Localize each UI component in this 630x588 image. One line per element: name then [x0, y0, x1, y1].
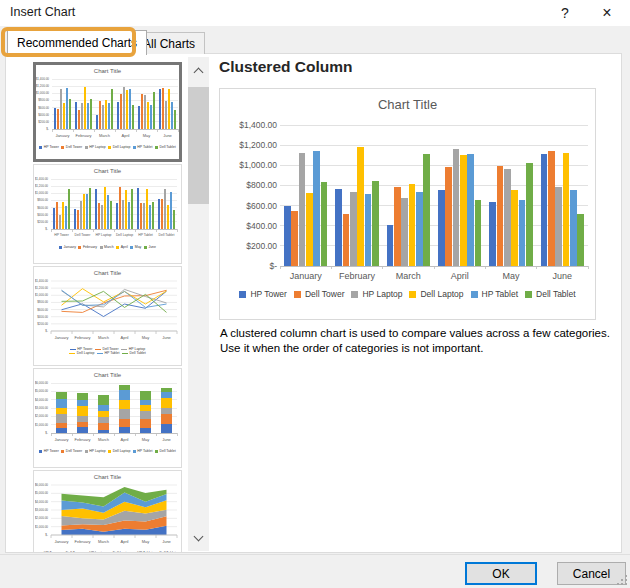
legend-item: HP Laptop — [85, 145, 106, 149]
svg-text:Dell Laptop: Dell Laptop — [116, 233, 133, 237]
svg-text:$200.00: $200.00 — [246, 241, 277, 251]
chart-description: A clustered column chart is used to comp… — [220, 326, 620, 356]
svg-text:$6,000.00: $6,000.00 — [35, 483, 48, 487]
legend-item: HP Tablet — [133, 145, 153, 149]
svg-text:January: January — [55, 133, 69, 138]
svg-text:$-: $- — [45, 431, 48, 435]
clustered-column-chart: $-$200.00$400.00$600.00$800.00$1,000.00$… — [220, 112, 595, 284]
title-bar: Insert Chart ? × — [0, 0, 630, 26]
svg-text:$1,400.00: $1,400.00 — [35, 279, 48, 283]
chart-thumbnail-clustered-column[interactable]: Chart Title$-$200.00$400.00$600.00$800.0… — [33, 62, 182, 162]
svg-text:$1,000.00: $1,000.00 — [239, 160, 277, 170]
svg-text:$1,400.00: $1,400.00 — [35, 177, 48, 181]
legend-item: Dell Laptop — [108, 551, 130, 552]
svg-text:$400.00: $400.00 — [38, 113, 49, 117]
svg-text:$1,400.00: $1,400.00 — [239, 120, 277, 130]
legend-item: Dell Tower — [61, 145, 82, 149]
svg-text:$1,000.00: $1,000.00 — [35, 191, 48, 195]
svg-text:May: May — [142, 539, 150, 544]
dialog-title: Insert Chart — [10, 5, 75, 19]
legend-item: Dell Laptop — [108, 145, 130, 149]
svg-text:$600.00: $600.00 — [38, 106, 49, 110]
tab-recommended-charts[interactable]: Recommended Charts — [7, 30, 147, 55]
svg-text:$400.00: $400.00 — [37, 213, 48, 217]
svg-text:June: June — [162, 335, 171, 340]
svg-text:June: June — [162, 539, 171, 544]
legend-item: Dell Laptop — [108, 449, 130, 453]
legend-item: Dell Tablet — [155, 145, 176, 149]
legend-item: Dell Tower — [294, 289, 345, 299]
chart-thumbnail-clustered-column-by-product[interactable]: Chart Title$-$200.00$400.00$600.00$800.0… — [33, 164, 182, 264]
thumbnail-chart: $-$200.00$400.00$600.00$800.00$1,000.00$… — [35, 175, 180, 245]
scrollbar-thumb[interactable] — [188, 87, 209, 204]
svg-text:$2,000.00: $2,000.00 — [35, 516, 48, 520]
thumbnail-scrollbar[interactable] — [188, 57, 209, 551]
thumbnail-chart-title: Chart Title — [34, 474, 181, 480]
svg-text:February: February — [339, 271, 376, 281]
svg-text:HP Tablet: HP Tablet — [138, 233, 153, 237]
svg-text:HP Laptop: HP Laptop — [96, 233, 112, 237]
svg-text:March: March — [396, 271, 421, 281]
svg-text:$600.00: $600.00 — [37, 308, 48, 312]
legend-item: Dell Laptop — [69, 351, 94, 355]
svg-text:HP Tower: HP Tower — [54, 233, 69, 237]
svg-text:$1,200.00: $1,200.00 — [36, 84, 49, 88]
chart-title: Chart Title — [220, 89, 595, 112]
svg-text:$1,000.00: $1,000.00 — [36, 91, 49, 95]
legend-item: HP Laptop — [85, 551, 106, 552]
resize-grip[interactable] — [615, 574, 628, 587]
legend: JanuaryFebruaryMarchAprilMayJune — [34, 245, 181, 249]
legend-item: HP Tower — [39, 551, 59, 552]
tab-content-panel: Chart Title$-$200.00$400.00$600.00$800.0… — [5, 53, 622, 553]
legend-item: May — [130, 245, 141, 249]
chart-thumbnail-stacked-column[interactable]: Chart Title$-$1,000.00$2,000.00$3,000.00… — [33, 368, 182, 468]
svg-text:February: February — [74, 539, 90, 544]
chart-thumbnail-stacked-area[interactable]: Chart Title$-$1,000.00$2,000.00$3,000.00… — [33, 470, 182, 552]
svg-text:$1,200.00: $1,200.00 — [239, 140, 277, 150]
thumbnail-chart-title: Chart Title — [36, 68, 179, 74]
help-icon[interactable]: ? — [544, 0, 586, 26]
svg-text:$800.00: $800.00 — [37, 300, 48, 304]
legend-item: HP Tablet — [133, 449, 153, 453]
legend-item: HP Tablet — [133, 551, 153, 552]
svg-text:March: March — [98, 335, 109, 340]
svg-text:$1,400.00: $1,400.00 — [36, 77, 49, 81]
svg-text:April: April — [451, 271, 469, 281]
close-icon[interactable]: × — [586, 0, 628, 26]
legend: HP TowerDell TowerHP LaptopDell LaptopHP… — [34, 449, 181, 453]
legend-item: Dell Tablet — [525, 289, 576, 299]
legend-item: Dell Laptop — [409, 289, 463, 299]
legend-item: HP Tower — [239, 289, 287, 299]
chevron-up-icon — [194, 67, 204, 77]
svg-text:$3,000.00: $3,000.00 — [35, 508, 48, 512]
svg-text:$-: $- — [45, 329, 48, 333]
legend-item: Dell Tablet — [155, 449, 176, 453]
svg-text:$4,000.00: $4,000.00 — [35, 500, 48, 504]
svg-text:$200.00: $200.00 — [37, 322, 48, 326]
svg-text:February: February — [75, 133, 91, 138]
tab-strip: Recommended Charts All Charts — [0, 27, 630, 54]
svg-text:May: May — [502, 271, 520, 281]
chart-preview: Chart Title $-$200.00$400.00$600.00$800.… — [219, 88, 596, 320]
chart-thumbnail-line-chart[interactable]: Chart Title$-$200.00$400.00$600.00$800.0… — [33, 266, 182, 366]
scroll-up-button[interactable] — [188, 57, 209, 84]
ok-button[interactable]: OK — [465, 562, 537, 585]
svg-text:June: June — [162, 437, 171, 442]
svg-text:Dell Tablet: Dell Tablet — [159, 233, 175, 237]
svg-text:$600.00: $600.00 — [37, 206, 48, 210]
svg-text:Dell Tower: Dell Tower — [75, 233, 92, 237]
svg-text:$600.00: $600.00 — [246, 201, 277, 211]
legend: HP TowerDell TowerHP LaptopDell LaptopHP… — [220, 289, 595, 299]
legend-item: HP Tablet — [471, 289, 519, 299]
legend-item: Dell Tablet — [155, 551, 176, 552]
thumbnail-chart: $-$200.00$400.00$600.00$800.00$1,000.00$… — [35, 277, 180, 347]
svg-text:April: April — [120, 335, 128, 340]
svg-text:$5,000.00: $5,000.00 — [35, 491, 48, 495]
legend-item: Dell Tablet — [122, 351, 146, 355]
svg-text:$-: $- — [45, 533, 48, 537]
scroll-down-button[interactable] — [188, 524, 209, 551]
legend-item: HP Tablet — [97, 351, 120, 355]
thumbnail-chart: $-$1,000.00$2,000.00$3,000.00$4,000.00$5… — [35, 379, 180, 449]
svg-text:$1,000.00: $1,000.00 — [35, 293, 48, 297]
svg-text:$2,000.00: $2,000.00 — [35, 414, 48, 418]
